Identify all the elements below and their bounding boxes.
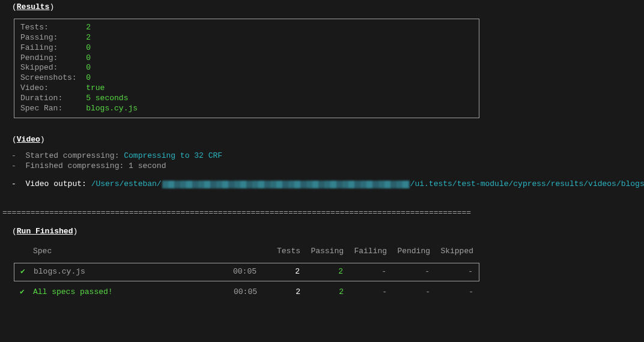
check-icon: ✔ [20, 267, 34, 277]
value-failing: 0 [86, 43, 91, 52]
video-finished-line: - Finished compressing: 1 second [11, 161, 639, 172]
row1-pending: - [386, 267, 430, 277]
row2-skipped: - [430, 287, 473, 298]
results-header: (Results) [12, 2, 639, 13]
header-spec: Spec [33, 247, 219, 257]
row1-failing: - [343, 267, 386, 277]
value-tests: 2 [86, 23, 91, 32]
video-output-line: - Video output: /Users/esteban//ui.tests… [11, 179, 639, 190]
value-passing: 2 [86, 33, 91, 42]
header-pending: Pending [387, 247, 430, 257]
run-finished-header: (Run Finished) [12, 227, 639, 237]
value-pending: 0 [86, 53, 91, 62]
row2-pending: - [387, 287, 430, 298]
run-summary-table: Spec Tests Passing Failing Pending Skipp… [14, 243, 479, 301]
all-specs-passed: All specs passed! [33, 287, 219, 298]
table-row: ✔ All specs passed! 00:05 2 2 - - - [14, 284, 479, 301]
label-failing: Failing: [20, 43, 86, 52]
row2-passing: 2 [300, 287, 344, 298]
value-skipped: 0 [86, 63, 91, 72]
header-failing: Failing [344, 247, 387, 257]
value-screenshots: 0 [86, 73, 91, 82]
redacted-path [162, 181, 410, 188]
header-skipped: Skipped [430, 247, 473, 257]
row1-skipped: - [430, 267, 473, 277]
row2-time: 00:05 [219, 287, 257, 298]
value-video: true [86, 83, 105, 92]
results-box: Tests: 2 Passing: 2 Failing: 0 Pending: … [14, 19, 479, 118]
value-specran: blogs.cy.js [86, 104, 138, 113]
label-tests: Tests: [20, 23, 86, 32]
row1-passing: 2 [300, 267, 343, 277]
check-icon: ✔ [20, 287, 33, 298]
value-duration: 5 seconds [86, 94, 128, 103]
label-screenshots: Screenshots: [20, 73, 86, 82]
row2-tests: 2 [257, 287, 300, 298]
label-specran: Spec Ran: [20, 104, 86, 113]
label-pending: Pending: [20, 53, 86, 62]
table-row: ✔ blogs.cy.js 00:05 2 2 - - - [14, 263, 479, 281]
label-duration: Duration: [20, 94, 86, 103]
row1-time: 00:05 [218, 267, 257, 277]
row1-tests: 2 [257, 267, 300, 277]
video-started-line: - Started compressing: Compressing to 32… [11, 151, 639, 161]
row2-failing: - [344, 287, 387, 298]
video-path-start: /Users/esteban/ [91, 179, 162, 188]
label-skipped: Skipped: [20, 63, 86, 72]
video-path-end: /ui.tests/test-module/cypress/results/vi… [410, 179, 644, 188]
header-passing: Passing [300, 247, 344, 257]
label-video: Video: [20, 83, 86, 92]
spec-name: blogs.cy.js [34, 267, 218, 277]
video-header: (Video) [12, 135, 639, 145]
table-header-row: Spec Tests Passing Failing Pending Skipp… [14, 243, 479, 260]
divider: ========================================… [2, 208, 639, 218]
header-tests: Tests [257, 247, 300, 257]
label-passing: Passing: [20, 33, 86, 42]
compressing-value: Compressing to 32 CRF [124, 151, 222, 160]
